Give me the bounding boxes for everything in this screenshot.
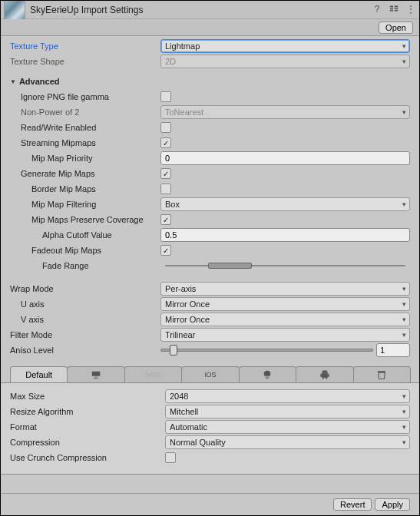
wrap-mode-label: Wrap Mode — [10, 284, 160, 293]
v-axis-select[interactable]: Mirror Once — [160, 313, 410, 326]
wrap-mode-select[interactable]: Per-axis — [160, 282, 410, 296]
tab-tvos[interactable]: tvOS — [124, 366, 182, 382]
mipmap-filtering-select[interactable]: Box — [160, 197, 410, 211]
aniso-level-label: Aniso Level — [10, 346, 160, 355]
mipmap-priority-label: Mip Map Priority — [10, 154, 160, 163]
inspector-header: SkyEerieUp Import Settings ? ⋮ — [1, 1, 419, 19]
revert-button[interactable]: Revert — [333, 498, 372, 511]
fade-range-label: Fade Range — [10, 261, 160, 270]
crunch-label: Use Crunch Compression — [10, 453, 165, 462]
tab-lumin[interactable] — [239, 366, 296, 382]
fadeout-mipmaps-checkbox[interactable]: ✓ — [160, 245, 171, 256]
streaming-mipmaps-checkbox[interactable]: ✓ — [160, 137, 171, 148]
v-axis-label: V axis — [10, 315, 160, 324]
generate-mipmaps-label: Generate Mip Maps — [10, 169, 160, 178]
open-row: Open — [1, 19, 419, 36]
preserve-coverage-checkbox[interactable]: ✓ — [160, 214, 171, 225]
alpha-cutoff-input[interactable] — [160, 228, 410, 242]
generate-mipmaps-checkbox[interactable]: ✓ — [160, 168, 171, 179]
u-axis-select[interactable]: Mirror Once — [160, 297, 410, 311]
menu-icon[interactable]: ⋮ — [405, 4, 416, 15]
advanced-foldout[interactable]: ▼ Advanced — [10, 74, 410, 88]
apply-button[interactable]: Apply — [375, 498, 410, 511]
fade-range-slider[interactable] — [160, 259, 410, 273]
format-label: Format — [10, 422, 165, 432]
readwrite-label: Read/Write Enabled — [10, 123, 160, 132]
tab-standalone[interactable] — [67, 366, 124, 382]
footer: Revert Apply — [1, 493, 419, 515]
open-button[interactable]: Open — [379, 22, 413, 34]
max-size-label: Max Size — [10, 392, 165, 401]
help-icon[interactable]: ? — [372, 4, 382, 15]
u-axis-label: U axis — [10, 299, 160, 309]
asset-title: SkyEerieUp Import Settings — [30, 5, 372, 15]
streaming-mipmaps-label: Streaming Mipmaps — [10, 138, 160, 147]
fadeout-mipmaps-label: Fadeout Mip Maps — [10, 246, 160, 255]
preset-icon[interactable] — [389, 4, 399, 15]
texture-type-select[interactable]: Lightmap — [160, 39, 410, 53]
preserve-coverage-label: Mip Maps Preserve Coverage — [10, 215, 160, 224]
npot-label: Non-Power of 2 — [10, 108, 160, 117]
resize-algorithm-label: Resize Algorithm — [10, 407, 165, 416]
texture-type-label: Texture Type — [10, 41, 160, 51]
platform-panel: Max Size 2048 Resize Algorithm Mitchell … — [1, 383, 419, 475]
filter-mode-select[interactable]: Trilinear — [160, 328, 410, 342]
alpha-cutoff-label: Alpha Cutoff Value — [10, 230, 160, 240]
texture-shape-select: 2D — [160, 55, 410, 68]
compression-label: Compression — [10, 438, 165, 447]
max-size-select[interactable]: 2048 — [165, 389, 410, 403]
ignore-png-checkbox[interactable] — [160, 91, 171, 102]
tab-default[interactable]: Default — [10, 366, 68, 382]
android-icon — [319, 369, 330, 380]
aniso-slider[interactable] — [160, 349, 373, 352]
tab-android[interactable] — [296, 366, 353, 382]
texture-shape-label: Texture Shape — [10, 57, 160, 66]
aniso-input[interactable] — [376, 343, 410, 357]
foldout-arrow-icon: ▼ — [10, 78, 16, 85]
format-select[interactable]: Automatic — [165, 420, 410, 434]
mipmap-filtering-label: Mip Map Filtering — [10, 200, 160, 209]
compression-select[interactable]: Normal Quality — [165, 435, 410, 449]
crunch-checkbox[interactable] — [165, 452, 176, 463]
border-mipmaps-checkbox[interactable] — [160, 184, 171, 194]
border-mipmaps-label: Border Mip Maps — [10, 184, 160, 194]
webgl-icon — [376, 369, 387, 380]
asset-thumbnail — [4, 0, 25, 21]
monitor-icon — [91, 369, 101, 380]
mipmap-priority-input[interactable] — [160, 151, 410, 165]
readwrite-checkbox[interactable] — [160, 122, 171, 133]
tab-webgl[interactable] — [353, 366, 411, 382]
resize-algorithm-select[interactable]: Mitchell — [165, 405, 410, 418]
ignore-png-label: Ignore PNG file gamma — [10, 92, 160, 101]
lumin-icon — [262, 369, 273, 380]
tab-ios[interactable]: iOS — [181, 366, 239, 382]
platform-tabs: Default tvOS iOS — [1, 366, 419, 383]
npot-select: ToNearest — [160, 105, 410, 119]
filter-mode-label: Filter Mode — [10, 330, 160, 339]
